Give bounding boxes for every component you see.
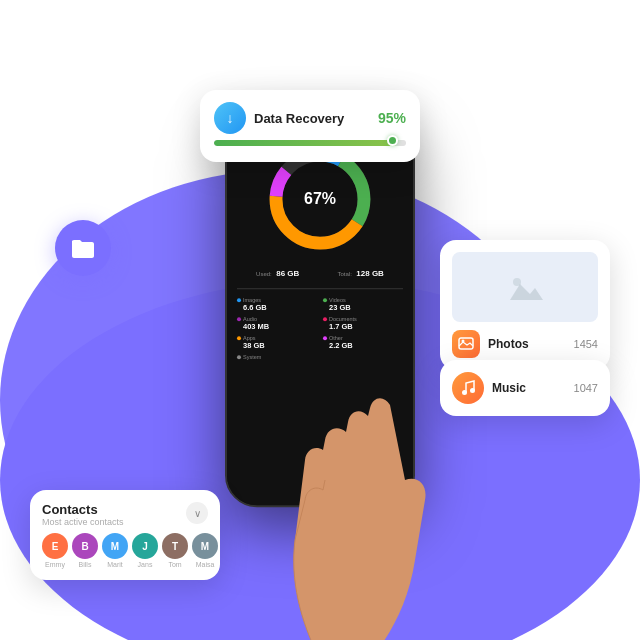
contacts-subtitle: Most active contacts xyxy=(42,517,124,527)
category-videos: Videos 23 GB xyxy=(323,297,403,312)
recovery-icon: ↓ xyxy=(214,102,246,134)
contact-maisa: M Maisa xyxy=(192,533,218,568)
music-label: Music xyxy=(492,381,566,395)
music-icon xyxy=(452,372,484,404)
contact-tom: T Tom xyxy=(162,533,188,568)
contact-marit: M Marit xyxy=(102,533,128,568)
note-icon xyxy=(459,379,477,397)
image-icon xyxy=(458,336,474,352)
svg-point-10 xyxy=(462,390,467,395)
photos-card: Photos 1454 xyxy=(440,240,610,370)
music-card: Music 1047 xyxy=(440,360,610,416)
svg-point-9 xyxy=(462,340,465,343)
divider xyxy=(237,288,403,289)
contacts-card: Contacts Most active contacts ∨ E Emmy B… xyxy=(30,490,220,580)
category-documents: Documents 1.7 GB xyxy=(323,316,403,331)
mountain-icon xyxy=(505,272,545,302)
recovery-percent: 95% xyxy=(378,110,406,126)
donut-percent: 67% xyxy=(304,190,336,208)
music-count: 1047 xyxy=(574,382,598,394)
contact-bills: B Bills xyxy=(72,533,98,568)
storage-row: Used: 86 GB Total: 128 GB xyxy=(237,262,403,280)
folder-icon xyxy=(70,237,96,259)
folder-bubble[interactable] xyxy=(55,220,111,276)
photos-icon xyxy=(452,330,480,358)
photos-label: Photos xyxy=(488,337,566,351)
svg-point-11 xyxy=(470,388,475,393)
photos-count: 1454 xyxy=(574,338,598,350)
category-images: Images 6.6 GB xyxy=(237,297,317,312)
contact-emmy: E Emmy xyxy=(42,533,68,568)
photo-thumbnail xyxy=(452,252,598,322)
contacts-title: Contacts xyxy=(42,502,124,517)
recovery-title: Data Recovery xyxy=(254,111,344,126)
category-audio: Audio 403 MB xyxy=(237,316,317,331)
contact-jans: J Jans xyxy=(132,533,158,568)
contacts-dropdown[interactable]: ∨ xyxy=(186,502,208,524)
contacts-avatars: E Emmy B Bills M Marit J Jans T Tom M Ma… xyxy=(42,533,208,568)
scene: Internal 67% xyxy=(0,0,640,640)
used-storage: Used: 86 GB xyxy=(256,262,299,280)
hand-illustration xyxy=(260,340,460,640)
svg-point-7 xyxy=(513,278,521,286)
total-storage: Total: 128 GB xyxy=(338,262,384,280)
recovery-card: ↓ Data Recovery 95% xyxy=(200,90,420,162)
